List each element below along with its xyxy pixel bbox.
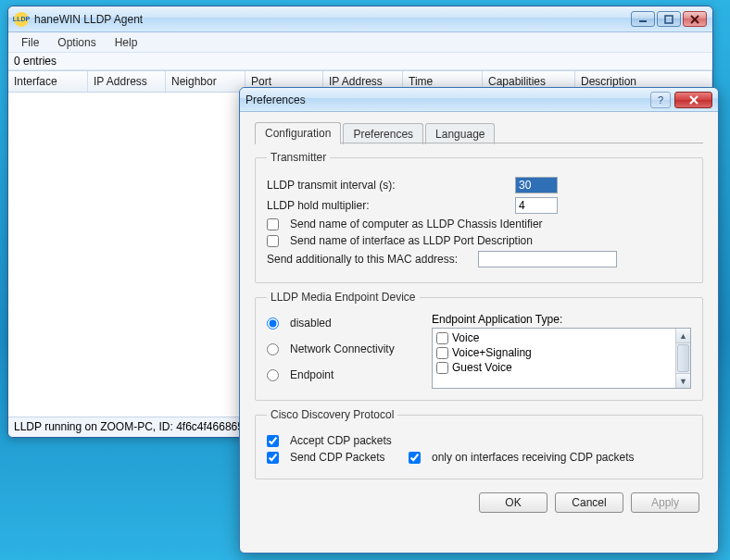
- ok-button[interactable]: OK: [479, 492, 548, 513]
- minimize-icon: [638, 15, 648, 24]
- input-send-mac[interactable]: [478, 251, 617, 268]
- list-item: Voice+Signaling: [434, 345, 673, 360]
- close-button[interactable]: [683, 11, 707, 27]
- main-title: haneWIN LLDP Agent: [34, 13, 143, 26]
- tab-preferences[interactable]: Preferences: [343, 123, 423, 144]
- apply-button[interactable]: Apply: [631, 492, 699, 513]
- label-accept-cdp: Accept CDP packets: [290, 434, 392, 447]
- dialog-titlebar[interactable]: Preferences ?: [240, 88, 718, 112]
- radio-med-disabled[interactable]: [267, 317, 279, 330]
- preferences-dialog: Preferences ? Configuration Preferences …: [239, 87, 719, 554]
- col-ip-address-1[interactable]: IP Address: [88, 71, 166, 92]
- label-send-mac: Send additionally to this MAC address:: [267, 253, 471, 266]
- label-med-disabled: disabled: [290, 317, 332, 330]
- menu-file[interactable]: File: [14, 34, 46, 51]
- close-icon: [688, 95, 699, 105]
- radio-med-endpoint[interactable]: [267, 369, 279, 381]
- checkbox-send-cdp[interactable]: [267, 452, 279, 464]
- list-item: Voice: [434, 330, 673, 345]
- label-send-cdp: Send CDP Packets: [290, 451, 401, 464]
- radio-med-netconn[interactable]: [267, 343, 279, 355]
- scroll-down-icon[interactable]: ▼: [676, 373, 690, 388]
- close-icon: [690, 15, 699, 24]
- list-item: Guest Voice: [434, 360, 673, 375]
- label-transmit-interval: LLDP transmit interval (s):: [267, 179, 508, 192]
- checkbox-guest-voice[interactable]: [436, 362, 448, 374]
- tab-language[interactable]: Language: [425, 123, 495, 144]
- listbox-scrollbar[interactable]: ▲ ▼: [675, 329, 690, 388]
- label-voice-signaling: Voice+Signaling: [452, 346, 532, 359]
- listbox-endpoint-app-type[interactable]: Voice Voice+Signaling Guest Voice ▲ ▼: [432, 328, 691, 389]
- group-cdp: Cisco Discovery Protocol Accept CDP pack…: [255, 408, 703, 479]
- label-only-rx-ifaces: only on interfaces receiving CDP packets: [432, 451, 635, 464]
- menu-options[interactable]: Options: [50, 34, 103, 51]
- minimize-button[interactable]: [631, 11, 655, 27]
- checkbox-only-rx-ifaces[interactable]: [409, 452, 421, 464]
- maximize-icon: [664, 15, 673, 24]
- main-titlebar[interactable]: LLDP haneWIN LLDP Agent: [8, 6, 712, 32]
- checkbox-send-chassis-name[interactable]: [267, 218, 279, 230]
- label-voice: Voice: [452, 331, 479, 344]
- dialog-tabs: Configuration Preferences Language: [255, 121, 703, 143]
- col-interface[interactable]: Interface: [8, 71, 88, 92]
- menu-bar: File Options Help: [8, 32, 712, 53]
- maximize-button[interactable]: [657, 11, 681, 27]
- help-icon: ?: [658, 94, 663, 106]
- label-med-netconn: Network Connectivity: [290, 342, 395, 355]
- group-med-legend: LLDP Media Endpoint Device: [267, 291, 420, 304]
- tab-configuration[interactable]: Configuration: [255, 122, 341, 144]
- checkbox-accept-cdp[interactable]: [267, 435, 279, 447]
- label-guest-voice: Guest Voice: [452, 361, 512, 374]
- dialog-button-row: OK Cancel Apply: [255, 487, 703, 515]
- input-hold-multiplier[interactable]: [515, 197, 558, 214]
- menu-help[interactable]: Help: [107, 34, 145, 51]
- group-cdp-legend: Cisco Discovery Protocol: [267, 408, 397, 421]
- group-transmitter-legend: Transmitter: [267, 151, 330, 164]
- entries-count: 0 entries: [8, 53, 712, 70]
- label-hold-multiplier: LLDP hold multiplier:: [267, 199, 508, 212]
- dialog-title: Preferences: [245, 93, 306, 106]
- cancel-button[interactable]: Cancel: [555, 492, 623, 513]
- checkbox-voice[interactable]: [436, 332, 448, 344]
- svg-rect-1: [665, 16, 673, 23]
- label-send-chassis-name: Send name of computer as LLDP Chassis Id…: [290, 218, 543, 230]
- checkbox-voice-signaling[interactable]: [436, 347, 448, 359]
- label-endpoint-app-type: Endpoint Application Type:: [432, 313, 691, 326]
- checkbox-send-port-name[interactable]: [267, 235, 279, 247]
- label-send-port-name: Send name of interface as LLDP Port Desc…: [290, 234, 533, 247]
- col-neighbor[interactable]: Neighbor: [166, 71, 245, 92]
- dialog-close-button[interactable]: [674, 92, 712, 108]
- app-icon: LLDP: [14, 12, 29, 27]
- scroll-thumb[interactable]: [677, 344, 689, 372]
- input-transmit-interval[interactable]: [515, 177, 558, 193]
- group-med: LLDP Media Endpoint Device disabled Netw…: [255, 291, 703, 401]
- group-transmitter: Transmitter LLDP transmit interval (s): …: [255, 151, 703, 283]
- dialog-help-button[interactable]: ?: [650, 92, 671, 108]
- scroll-up-icon[interactable]: ▲: [676, 329, 690, 343]
- label-med-endpoint: Endpoint: [290, 368, 334, 381]
